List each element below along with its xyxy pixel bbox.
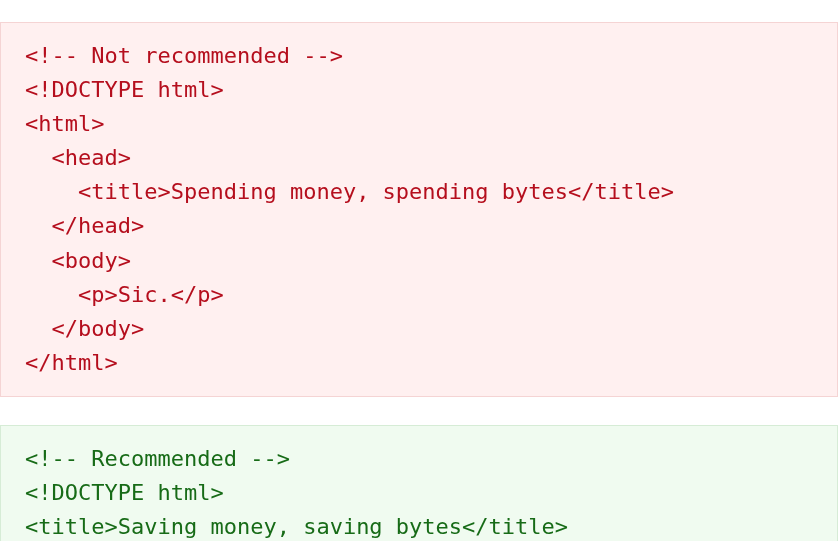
- code-block-recommended: <!-- Recommended --> <!DOCTYPE html> <ti…: [0, 425, 838, 541]
- code-block-not-recommended: <!-- Not recommended --> <!DOCTYPE html>…: [0, 22, 838, 397]
